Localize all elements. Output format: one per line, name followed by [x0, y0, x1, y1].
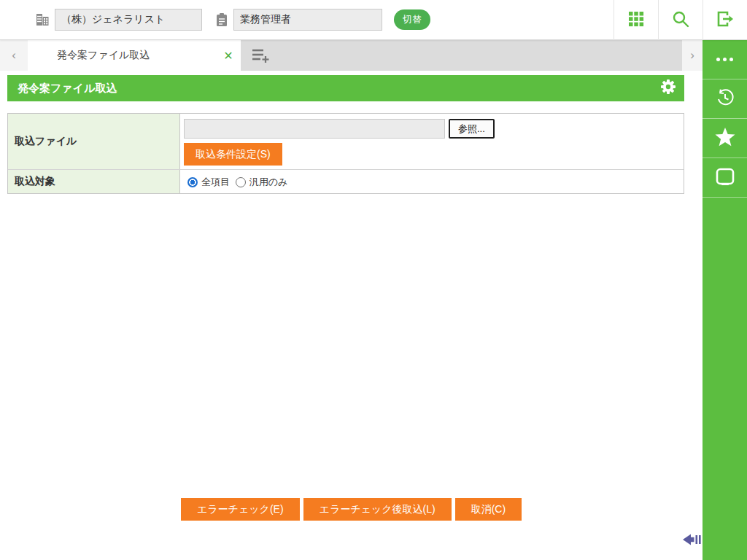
- cancel-button[interactable]: 取消(C): [455, 498, 522, 521]
- tab-close-icon[interactable]: ✕: [216, 49, 241, 63]
- chevron-right-icon: ›: [690, 48, 694, 63]
- collapse-panel-icon: [682, 537, 702, 549]
- sidebar-history-button[interactable]: [703, 79, 747, 119]
- star-icon: [714, 127, 736, 150]
- error-check-button[interactable]: エラーチェック(E): [181, 498, 300, 521]
- logout-icon: [716, 9, 735, 31]
- import-condition-button[interactable]: 取込条件設定(S): [184, 143, 282, 166]
- form-label-target: 取込対象: [8, 170, 180, 193]
- settings-button[interactable]: [652, 75, 684, 101]
- gear-icon: [660, 79, 676, 98]
- radio-all-items[interactable]: [187, 177, 198, 187]
- action-button-row: エラーチェック(E) エラーチェック後取込(L) 取消(C): [0, 498, 703, 521]
- radio-generic-only[interactable]: [236, 177, 246, 187]
- chevron-left-icon: ‹: [12, 48, 16, 63]
- apps-grid-icon: [627, 10, 645, 31]
- logout-button[interactable]: [703, 0, 747, 40]
- radio-all-items-label: 全項目: [201, 176, 230, 189]
- clipboard-icon: [214, 12, 229, 31]
- role-input[interactable]: [233, 9, 382, 31]
- apps-menu-button[interactable]: [614, 0, 658, 40]
- file-path-input[interactable]: [184, 119, 445, 139]
- search-button[interactable]: [658, 0, 703, 40]
- tab-label: 発令案ファイル取込: [28, 49, 216, 62]
- sidebar-favorites-button[interactable]: [703, 119, 747, 158]
- sidebar-more-button[interactable]: [703, 40, 747, 79]
- page-title-bar: 発令案ファイル取込: [7, 75, 684, 101]
- form-label-file: 取込ファイル: [8, 114, 180, 169]
- page-title: 発令案ファイル取込: [7, 82, 652, 96]
- tab-scroll-left[interactable]: ‹: [0, 40, 28, 71]
- tab-active[interactable]: 発令案ファイル取込 ✕: [28, 40, 241, 71]
- switch-button[interactable]: 切替: [394, 9, 430, 30]
- building-icon: [34, 12, 50, 31]
- company-input[interactable]: [55, 9, 202, 31]
- sidebar-tray-button[interactable]: [703, 158, 747, 198]
- more-ellipsis-icon: [716, 58, 733, 61]
- app-header: 切替: [0, 0, 747, 40]
- history-icon: [715, 88, 735, 111]
- add-tab-button[interactable]: [251, 47, 270, 63]
- browse-button[interactable]: 参照...: [449, 119, 495, 139]
- radio-generic-only-label: 汎用のみ: [249, 176, 288, 189]
- tray-icon: [716, 168, 735, 188]
- error-check-import-button[interactable]: エラーチェック後取込(L): [303, 498, 452, 521]
- right-sidebar: [703, 40, 747, 560]
- import-form: 取込ファイル 参照... 取込条件設定(S) 取込対象 全項目 汎用のみ: [7, 113, 684, 194]
- search-icon: [671, 9, 690, 31]
- add-tab-icon: [251, 53, 270, 66]
- tab-bar: ‹ 発令案ファイル取込 ✕ ›: [0, 40, 703, 71]
- collapse-sidebar-button[interactable]: [682, 532, 702, 550]
- tab-scroll-right[interactable]: ›: [682, 40, 703, 71]
